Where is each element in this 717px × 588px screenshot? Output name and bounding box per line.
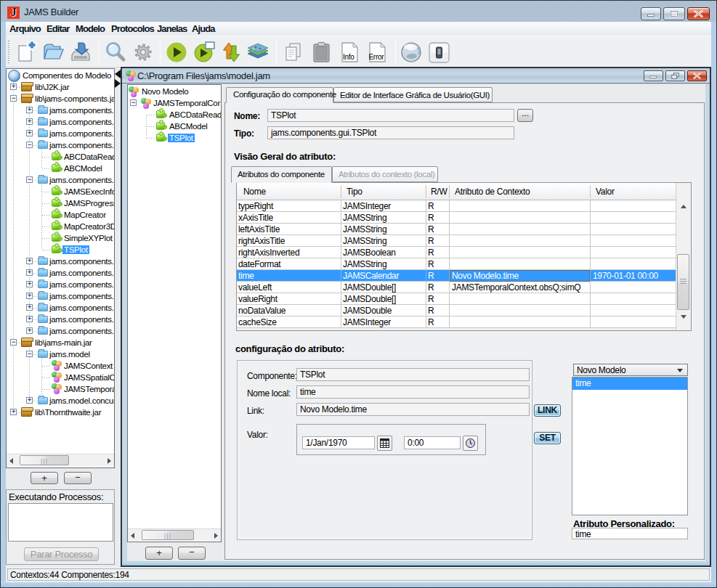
svg-text:Info: Info (343, 53, 355, 61)
svg-text:Error: Error (369, 53, 385, 61)
